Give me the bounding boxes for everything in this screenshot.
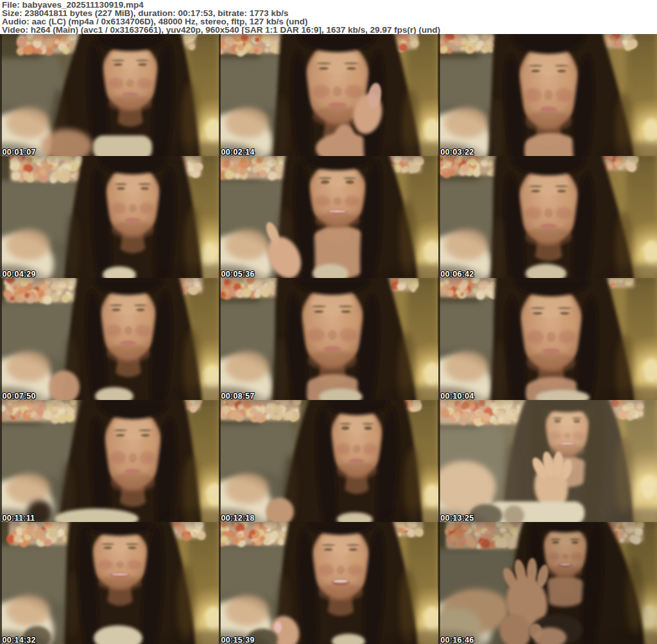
svg-text:00:13:25: 00:13:25	[440, 514, 474, 522]
svg-text:00:03:22: 00:03:22	[440, 148, 474, 156]
svg-text:00:05:36: 00:05:36	[221, 270, 255, 278]
svg-text:00:02:14: 00:02:14	[221, 148, 255, 156]
svg-text:00:04:29: 00:04:29	[2, 270, 35, 278]
svg-text:00:14:32: 00:14:32	[2, 636, 35, 644]
svg-text:00:07:50: 00:07:50	[2, 392, 35, 400]
svg-text:00:08:57: 00:08:57	[221, 392, 255, 400]
svg-text:00:06:42: 00:06:42	[440, 270, 474, 278]
svg-text:00:12:18: 00:12:18	[221, 514, 255, 522]
svg-text:00:10:04: 00:10:04	[440, 392, 474, 400]
svg-text:00:16:46: 00:16:46	[440, 636, 474, 644]
svg-text:00:01:07: 00:01:07	[2, 148, 35, 156]
svg-text:00:11:11: 00:11:11	[2, 514, 35, 522]
svg-text:00:15:39: 00:15:39	[221, 636, 255, 644]
